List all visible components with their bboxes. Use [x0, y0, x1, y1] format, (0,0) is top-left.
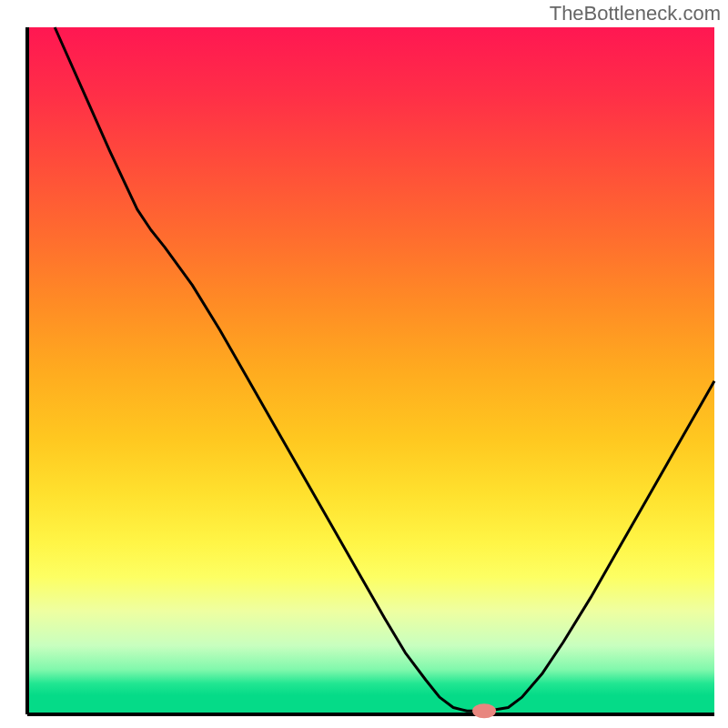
optimal-marker — [472, 703, 496, 718]
watermark-text: TheBottleneck.com — [550, 2, 721, 25]
plot-background — [27, 27, 714, 714]
chart-svg — [0, 0, 728, 728]
chart-area — [0, 0, 728, 728]
